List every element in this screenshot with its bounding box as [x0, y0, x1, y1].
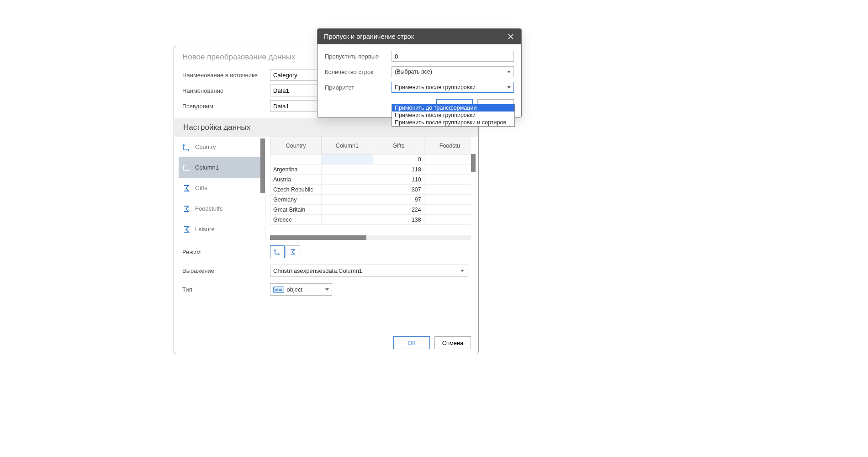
scrollbar-thumb[interactable]	[260, 138, 265, 193]
dimension-icon	[181, 142, 191, 152]
cell	[424, 215, 475, 225]
close-icon	[508, 33, 514, 40]
svg-point-3	[185, 165, 186, 165]
chevron-down-icon	[325, 288, 329, 291]
cell: 118	[373, 165, 424, 175]
table-row[interactable]: Argentina118	[270, 165, 476, 175]
cell	[424, 154, 475, 165]
column-item[interactable]: Country	[179, 137, 265, 157]
column-header[interactable]: Foodstu	[424, 137, 475, 154]
column-label: Foodstuffs	[195, 205, 222, 212]
source-name-label: Наименование в источнике	[182, 72, 270, 79]
expression-input[interactable]: Christmasexpensesdata.Column1	[270, 265, 467, 277]
overlay-titlebar: Пропуск и ограничение строк	[318, 29, 521, 44]
count-select[interactable]: (Выбрать все)	[392, 66, 514, 77]
column-header[interactable]: Gifts	[373, 137, 424, 154]
column-label: Country	[195, 143, 216, 150]
name-label: Наименование	[182, 87, 270, 94]
skip-input[interactable]	[392, 51, 514, 62]
type-badge: abc	[273, 287, 284, 293]
preview-horizontal-scrollbar[interactable]	[270, 235, 471, 240]
skip-label: Пропустить первые	[325, 53, 392, 60]
table-row[interactable]: Great Britain224	[270, 205, 476, 215]
column-item[interactable]: Leisure	[179, 219, 265, 239]
cell: Argentina	[270, 165, 322, 175]
dimension-icon	[273, 248, 281, 256]
svg-point-5	[276, 250, 277, 250]
overlay-title: Пропуск и ограничение строк	[324, 33, 414, 40]
table-row[interactable]: Germany97	[270, 195, 476, 205]
priority-dropdown: Применить до трансформацииПрименить посл…	[392, 104, 515, 127]
table-row[interactable]: Czech Republic307	[270, 185, 476, 195]
ok-button[interactable]: ОК	[393, 336, 430, 349]
cell: 0	[373, 154, 424, 165]
count-value: (Выбрать все)	[395, 69, 432, 75]
cell: Germany	[270, 195, 322, 205]
svg-point-1	[185, 144, 186, 145]
cell	[322, 215, 373, 225]
scrollbar-thumb[interactable]	[270, 235, 366, 240]
cancel-button[interactable]: Отмена	[434, 336, 471, 349]
column-item[interactable]: Column1	[179, 157, 265, 178]
cell: 138	[373, 215, 424, 225]
preview-table: CountryColumn1GiftsFoodstu 0Argentina118…	[270, 137, 476, 225]
column-label: Gifts	[195, 185, 207, 191]
chevron-down-icon	[507, 71, 511, 73]
columns-panel: CountryColumn1GiftsFoodstuffsLeisure	[179, 137, 265, 240]
cell	[424, 205, 475, 215]
column-item[interactable]: Foodstuffs	[179, 198, 265, 219]
cell: Greece	[270, 215, 322, 225]
dimension-icon	[181, 163, 191, 173]
cell: 307	[373, 185, 424, 195]
mode-dimension-button[interactable]	[270, 245, 285, 258]
expression-value: Christmasexpensesdata.Column1	[273, 267, 362, 274]
count-label: Количество строк	[325, 69, 392, 75]
priority-label: Приоритет	[325, 84, 392, 91]
table-row[interactable]: Greece138	[270, 215, 476, 225]
column-label: Column1	[195, 164, 219, 171]
column-header[interactable]: Column1	[322, 137, 373, 154]
type-label: Тип	[182, 286, 270, 293]
svg-point-0	[185, 144, 185, 145]
table-row[interactable]: 0	[270, 154, 476, 165]
priority-select[interactable]: Применить после группировки	[392, 82, 514, 93]
skip-limit-dialog: Пропуск и ограничение строк Пропустить п…	[317, 28, 522, 118]
cell	[270, 154, 322, 165]
cell	[322, 195, 373, 205]
sigma-icon	[289, 248, 297, 256]
dropdown-option[interactable]: Применить после группировки	[392, 112, 514, 119]
cell: Austria	[270, 175, 322, 185]
svg-point-2	[185, 165, 185, 165]
table-row[interactable]: Austria110	[270, 175, 476, 185]
sigma-icon	[181, 183, 191, 193]
column-header[interactable]: Country	[270, 137, 322, 154]
dropdown-option[interactable]: Применить после группировки и сортиров	[392, 119, 514, 126]
svg-point-4	[275, 250, 276, 250]
cell	[424, 195, 475, 205]
scrollbar-thumb[interactable]	[471, 154, 476, 172]
cell	[322, 185, 373, 195]
sigma-icon	[181, 224, 191, 234]
preview-panel: CountryColumn1GiftsFoodstu 0Argentina118…	[265, 137, 478, 240]
column-item[interactable]: Gifts	[179, 178, 265, 198]
cell: 110	[373, 175, 424, 185]
cell: 224	[373, 205, 424, 215]
expression-label: Выражение	[182, 267, 270, 274]
cell: Great Britain	[270, 205, 322, 215]
dropdown-option[interactable]: Применить до трансформации	[392, 104, 514, 112]
chevron-down-icon	[460, 270, 464, 272]
mode-label: Режим	[182, 249, 270, 255]
chevron-down-icon	[507, 86, 511, 89]
priority-value: Применить после группировки	[395, 84, 476, 90]
type-select[interactable]: abc object	[270, 283, 332, 296]
sigma-icon	[181, 204, 191, 214]
column-label: Leisure	[195, 226, 215, 233]
cell	[322, 205, 373, 215]
columns-scrollbar[interactable]	[260, 138, 265, 238]
cell: 97	[373, 195, 424, 205]
mode-measure-button[interactable]	[286, 245, 300, 258]
preview-vertical-scrollbar[interactable]	[471, 137, 476, 235]
close-button[interactable]	[507, 32, 515, 41]
cell	[322, 175, 373, 185]
cell	[424, 185, 475, 195]
